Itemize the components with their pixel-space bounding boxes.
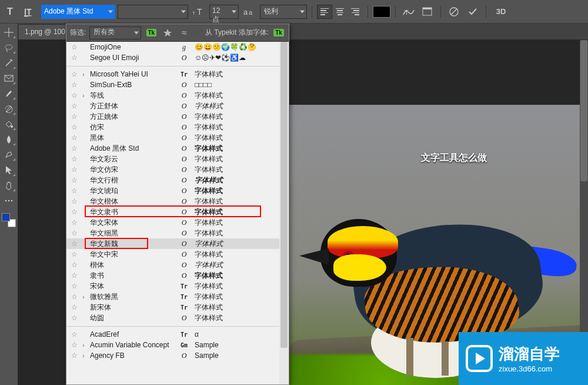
favorite-star-icon[interactable]: ☆ [70,218,78,227]
favorite-star-icon[interactable]: ☆ [70,229,78,237]
favorite-star-icon[interactable]: ☆ [70,261,78,269]
font-row[interactable]: ☆黑体O字体样式 [66,132,289,143]
favorite-star-icon[interactable]: ☆ [70,176,78,184]
lasso-tool[interactable] [2,41,16,54]
favorite-star-icon[interactable]: ☆ [70,102,78,110]
text-orientation-vertical[interactable]: I̲T [22,4,39,20]
quick-select-tool[interactable] [2,57,16,69]
favorite-star-icon[interactable]: ☆ [70,91,78,99]
anti-alias-select[interactable]: 锐利 [260,5,307,19]
more-tools[interactable] [2,194,16,207]
bucket-tool[interactable] [2,118,16,131]
font-row[interactable]: ☆方正舒体O字体样式 [66,101,289,111]
favorite-star-icon[interactable]: ☆ [70,303,78,311]
pen-tool[interactable] [2,148,16,161]
expand-chevron-icon[interactable]: › [81,92,86,99]
path-select-tool[interactable] [2,164,16,177]
favorite-star-icon[interactable]: ☆ [70,187,78,195]
favorite-star-icon[interactable]: ☆ [70,351,78,360]
character-panel-button[interactable] [419,4,436,20]
commit-button[interactable] [465,4,481,20]
align-left-button[interactable] [317,5,332,19]
font-panel-scrollbar[interactable] [279,42,289,384]
expand-chevron-icon[interactable]: › [81,71,86,78]
font-row[interactable]: ☆华文仿宋O字体样式 [66,164,289,175]
font-row[interactable]: ☆新宋体Tr字体样式 [66,302,289,313]
text-color-swatch[interactable] [373,6,390,18]
favorite-star-icon[interactable]: ☆ [70,197,78,205]
document-tab[interactable]: 1.png @ 100 [19,24,71,39]
font-row[interactable]: ☆AcadErefTrα [66,329,289,340]
favorite-star-icon[interactable]: ☆ [70,123,78,131]
favorite-star-icon[interactable]: ☆ [70,271,78,280]
font-list[interactable]: ☆EmojiOneg😊😀😕🌍🍀♻️🤔☆Segoe UI EmojiO☺☹✈❤⚽♿… [66,42,289,384]
tk-filter-button[interactable]: Tk [145,26,158,39]
font-row[interactable]: ☆›等线O字体样式 [66,90,289,101]
typekit-add-button[interactable]: Tk [272,26,285,39]
favorite-star-icon[interactable]: ☆ [70,81,78,89]
favorite-star-icon[interactable]: ☆ [70,43,78,51]
font-row[interactable]: ☆华文新魏O字体样式 [66,238,289,249]
hand-tool[interactable] [2,179,16,192]
font-row[interactable]: ☆›微软雅黑Tr字体样式 [66,291,289,302]
font-row[interactable]: ☆华文彩云O字体样式 [66,154,289,164]
expand-chevron-icon[interactable]: › [81,353,86,359]
favorite-star-icon[interactable]: ☆ [70,54,78,62]
font-row[interactable]: ☆Adobe 黑体 StdO字体样式 [66,143,289,154]
favorite-star-icon[interactable]: ☆ [70,250,78,258]
expand-chevron-icon[interactable]: › [81,342,86,349]
font-row[interactable]: ☆›Microsoft YaHei UITr字体样式 [66,69,289,79]
3d-button[interactable]: 3D [491,4,511,20]
font-row[interactable]: ☆幼圆O字体样式 [66,313,289,323]
font-row[interactable]: ☆华文楷体O字体样式 [66,196,289,207]
font-row[interactable]: ☆宋体Tr字体样式 [66,281,289,291]
foreground-background-swatch[interactable] [2,213,16,227]
text-orientation-toggle[interactable]: T [4,4,20,20]
scrollbar-thumb[interactable] [280,42,288,348]
favorite-star-icon[interactable]: ☆ [70,155,78,163]
favorite-star-icon[interactable]: ☆ [70,282,78,290]
align-right-button[interactable] [348,5,363,19]
blur-tool[interactable] [2,133,16,146]
font-row[interactable]: ☆›Agency FBOSample [66,350,289,361]
align-center-button[interactable] [332,5,348,19]
font-row[interactable]: ☆华文行楷O字体样式 [66,175,289,185]
similar-filter-button[interactable]: ≈ [178,26,191,39]
font-row[interactable]: ☆华文细黑O字体样式 [66,228,289,238]
favorite-star-icon[interactable]: ☆ [70,134,78,142]
cancel-button[interactable] [446,4,462,20]
font-row[interactable]: ☆方正姚体O字体样式 [66,111,289,122]
history-brush-tool[interactable] [2,102,16,115]
font-family-select[interactable]: Adobe 黑体 Std [41,5,115,19]
move-tool[interactable] [2,26,16,39]
font-row[interactable]: ☆Segoe UI EmojiO☺☹✈❤⚽♿☁ [66,52,289,63]
font-row[interactable]: ☆SimSun-ExtBO□□□□ [66,79,289,90]
font-weight-select[interactable] [118,5,188,19]
brush-tool[interactable] [2,87,16,100]
favorite-filter-button[interactable] [161,26,174,39]
favorite-star-icon[interactable]: ☆ [70,112,78,121]
favorite-star-icon[interactable]: ☆ [70,330,78,338]
font-row[interactable]: ☆华文隶书O字体样式 [66,207,289,217]
canvas-text-layer[interactable]: 文字工具怎么做 [421,152,487,164]
favorite-star-icon[interactable]: ☆ [70,341,78,349]
font-row[interactable]: ☆EmojiOneg😊😀😕🌍🍀♻️🤔 [66,42,289,52]
warp-text-button[interactable]: T [400,4,417,20]
foreground-color[interactable] [2,213,10,221]
scrollbar-thumb[interactable] [580,40,587,181]
favorite-star-icon[interactable]: ☆ [70,165,78,174]
font-row[interactable]: ☆楷体O字体样式 [66,260,289,270]
favorite-star-icon[interactable]: ☆ [70,208,78,216]
font-row[interactable]: ☆›Acumin Variable ConceptGmSample [66,340,289,350]
font-row[interactable]: ☆华文琥珀O字体样式 [66,185,289,196]
font-row[interactable]: ☆隶书O字体样式 [66,270,289,281]
font-row[interactable]: ☆仿宋O字体样式 [66,122,289,132]
font-row[interactable]: ☆华文宋体O字体样式 [66,217,289,228]
favorite-star-icon[interactable]: ☆ [70,70,78,78]
favorite-star-icon[interactable]: ☆ [70,144,78,152]
favorite-star-icon[interactable]: ☆ [70,293,78,301]
expand-chevron-icon[interactable]: › [81,294,86,300]
font-size-input[interactable]: 12 点 [209,5,239,19]
font-row[interactable]: ☆华文中宋O字体样式 [66,249,289,260]
filter-select[interactable]: 所有类 [89,26,141,39]
